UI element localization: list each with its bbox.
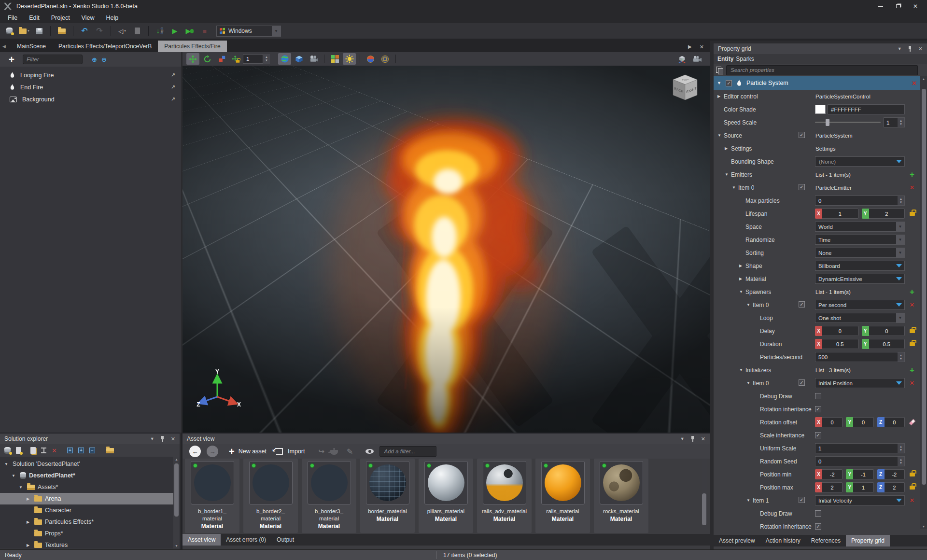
tree-expander-icon[interactable]: ▶ — [25, 520, 31, 524]
local-space-button[interactable] — [293, 53, 306, 65]
snap-value-spinner[interactable]: 1 ▲▼ — [243, 54, 270, 64]
reset-icon[interactable] — [909, 419, 915, 425]
asset-tile-rails-adv-material[interactable]: rails_adv_materialMaterial — [477, 459, 532, 533]
maximize-button[interactable] — [889, 0, 907, 12]
show-in-explorer-button[interactable] — [106, 448, 114, 453]
pin-icon[interactable] — [908, 46, 913, 52]
color-input[interactable]: #FFFFFFFF — [828, 104, 905, 114]
asset-filter-input[interactable] — [379, 446, 436, 457]
axis-value[interactable]: 1 — [822, 209, 858, 219]
tab-close-icon[interactable]: ✕ — [700, 44, 704, 50]
import-button[interactable]: Import — [288, 448, 305, 455]
axis-y-field[interactable]: Y2 — [862, 209, 905, 219]
row-enabled-checkbox[interactable]: ✓ — [799, 497, 805, 503]
row-expander-icon[interactable]: ▼ — [725, 172, 731, 177]
expand-all-button[interactable]: ⊕ — [92, 56, 97, 63]
back-button[interactable]: ← — [189, 446, 201, 457]
select-in-scene-icon[interactable]: ↗ — [171, 96, 175, 102]
spinner-icons[interactable]: ▲▼ — [898, 457, 904, 466]
delete-item-button[interactable]: ✕ — [910, 497, 915, 504]
minimize-button[interactable] — [872, 0, 889, 12]
new-asset-button[interactable]: New asset — [239, 448, 267, 455]
material-mode-button[interactable] — [364, 53, 377, 65]
axis-value[interactable]: 2 — [885, 482, 905, 492]
tree-item-arena[interactable]: ▶Arena — [0, 493, 173, 504]
axis-value[interactable]: -2 — [822, 469, 843, 479]
tree-item-solution-desertedplanet[interactable]: ▼Solution 'DesertedPlanet' — [0, 458, 173, 470]
add-item-button[interactable]: + — [910, 365, 914, 375]
copy-properties-button[interactable] — [716, 67, 723, 74]
row-expander-icon[interactable]: ▼ — [717, 133, 724, 138]
redo-button[interactable]: ↷ — [94, 25, 105, 37]
slider-value[interactable]: 1▲▼ — [884, 117, 905, 127]
value-spinner[interactable]: 0▲▼ — [815, 456, 905, 466]
asset-tile-b-border2-material[interactable]: b_border2_materialMaterial — [243, 459, 298, 533]
edit-asset-button[interactable]: ✎ — [347, 447, 353, 456]
edit-item-button[interactable] — [30, 447, 36, 454]
value-checkbox[interactable] — [815, 393, 821, 399]
tab-scroll-left-icon[interactable]: ◀ — [2, 44, 6, 49]
snap-value[interactable]: 1 — [243, 54, 263, 64]
lock-open-icon[interactable] — [910, 212, 915, 216]
pin-icon[interactable] — [160, 436, 165, 442]
value-checkbox[interactable]: ✓ — [815, 406, 821, 412]
value-dropdown[interactable]: One shot▼ — [815, 313, 905, 323]
viewport-canvas[interactable]: TOP BACK RIGHT Y X Z — [183, 66, 710, 433]
row-expander-icon[interactable]: ▼ — [739, 290, 745, 294]
tab-asset-view[interactable]: Asset view — [183, 534, 221, 546]
value-spinner[interactable]: 500▲▼ — [815, 352, 905, 362]
row-enabled-checkbox[interactable]: ✓ — [799, 184, 805, 190]
axis-x-field[interactable]: X1 — [815, 209, 858, 219]
color-swatch[interactable] — [815, 105, 826, 114]
axis-value[interactable]: -1 — [853, 469, 873, 479]
value-checkbox[interactable] — [815, 510, 821, 517]
tree-item-particules-effects[interactable]: ▶Particules Effects* — [0, 516, 173, 528]
tree-item-character[interactable]: Character — [0, 504, 173, 516]
tab-references[interactable]: References — [806, 535, 846, 546]
add-item-button[interactable]: + — [910, 170, 914, 180]
asset-tile-rails-material[interactable]: rails_materialMaterial — [535, 459, 590, 533]
tab-list-icon[interactable]: ▶ — [688, 44, 692, 50]
lock-open-icon[interactable] — [910, 329, 915, 333]
remove-component-button[interactable]: ✕ — [912, 80, 917, 87]
axis-y-field[interactable]: Y1 — [846, 482, 873, 492]
value-spinner[interactable]: 1▲▼ — [815, 443, 905, 453]
value-flag-dropdown[interactable]: DynamicEmissive — [815, 274, 905, 284]
camera-view-button[interactable] — [691, 53, 704, 65]
row-expander-icon[interactable]: ▶ — [717, 94, 724, 98]
row-enabled-checkbox[interactable]: ✓ — [799, 301, 805, 308]
world-space-button[interactable] — [278, 53, 291, 65]
tree-item-textures[interactable]: ▶Textures — [0, 539, 173, 548]
axis-value[interactable]: 2 — [822, 482, 843, 492]
spinner-icons[interactable]: ▲▼ — [898, 118, 904, 127]
open-button[interactable]: ▾ — [19, 25, 29, 37]
template-button[interactable] — [330, 450, 338, 455]
value-spinner[interactable]: 0▲▼ — [815, 196, 905, 206]
menu-view[interactable]: View — [76, 13, 100, 23]
axis-x-field[interactable]: X2 — [815, 482, 843, 492]
axis-value[interactable]: 0.5 — [869, 339, 905, 349]
forward-button[interactable]: → — [207, 446, 218, 457]
axis-x-field[interactable]: X0 — [815, 417, 843, 427]
save-button[interactable] — [34, 25, 44, 37]
axis-value[interactable]: -2 — [885, 469, 905, 479]
tree-expander-icon[interactable]: ▶ — [25, 497, 31, 501]
panel-menu-icon[interactable]: ▼ — [680, 436, 685, 441]
tree-item-props[interactable]: Props* — [0, 528, 173, 539]
axis-x-field[interactable]: X0 — [815, 326, 858, 336]
menu-edit[interactable]: Edit — [23, 13, 45, 23]
new-item-button[interactable] — [16, 447, 21, 454]
scene-item-end-fire[interactable]: End Fire↗ — [0, 81, 181, 93]
value-checkbox[interactable]: ✓ — [815, 432, 821, 438]
asset-scrollbar[interactable] — [702, 459, 707, 530]
asset-tile-b-border3-material[interactable]: b_border3_materialMaterial — [302, 459, 356, 533]
chevron-down-icon[interactable]: ▼ — [896, 313, 904, 322]
tree-expander-icon[interactable]: ▼ — [3, 462, 10, 466]
axis-y-field[interactable]: Y0 — [862, 326, 905, 336]
editor-preview-button[interactable]: ◁▾ — [117, 25, 127, 37]
lock-open-icon[interactable] — [910, 486, 915, 490]
tab-asset-errors-0[interactable]: Asset errors (0) — [221, 534, 271, 546]
row-expander-icon[interactable]: ▶ — [739, 277, 745, 281]
property-scrollbar[interactable]: ▲▼ — [920, 76, 927, 529]
row-expander-icon[interactable]: ▼ — [746, 303, 753, 307]
